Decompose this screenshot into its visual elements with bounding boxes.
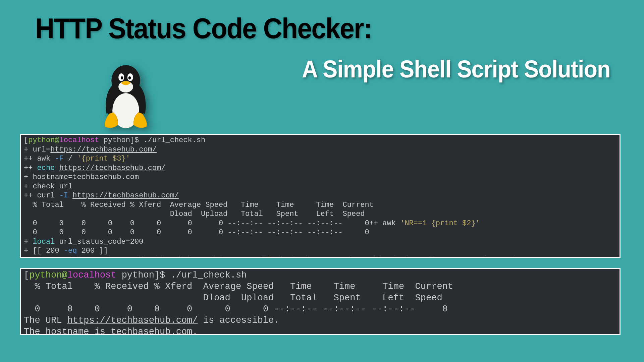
sub-title: A Simple Shell Script Solution: [302, 55, 610, 83]
terminal-output-1: [python@localhost python]$ ./url_check.s…: [20, 134, 621, 258]
svg-point-7: [128, 76, 131, 80]
svg-point-6: [121, 76, 123, 80]
tux-icon: [94, 60, 158, 132]
terminal-output-2: [python@localhost python]$ ./url_check.s…: [20, 268, 621, 335]
main-title: HTTP Status Code Checker:: [35, 12, 372, 45]
